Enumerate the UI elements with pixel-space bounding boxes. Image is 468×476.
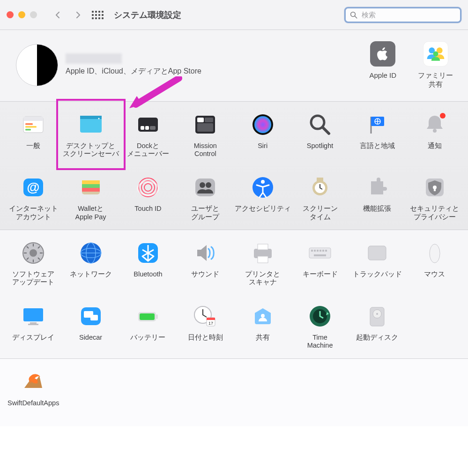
pref-date-time[interactable]: 17 日付と時刻: [177, 304, 234, 350]
pref-users-groups[interactable]: ユーザと グループ: [177, 175, 234, 221]
bluetooth-icon: [135, 240, 161, 266]
svg-point-45: [261, 180, 265, 184]
pref-extensions[interactable]: 機能拡張: [349, 175, 406, 221]
startup-disk-icon: [364, 304, 390, 329]
display-icon: [21, 304, 46, 329]
keyboard-icon: [307, 240, 333, 266]
pref-sound[interactable]: サウンド: [177, 240, 234, 287]
pref-desktop-screensaver[interactable]: デスクトップと スクリーンセーバ: [62, 112, 119, 158]
svg-point-22: [254, 116, 271, 133]
pref-label: Walletと Apple Pay: [75, 205, 106, 221]
apple-id-button[interactable]: Apple ID: [369, 41, 396, 89]
sound-icon: [193, 240, 218, 266]
svg-rect-78: [156, 314, 158, 319]
pref-printers-scanners[interactable]: プリンタと スキャナ: [234, 240, 291, 287]
user-avatar[interactable]: [16, 44, 58, 86]
pref-mouse[interactable]: マウス: [406, 240, 463, 287]
pref-label: Time Machine: [307, 334, 333, 350]
minimize-window-button[interactable]: [18, 11, 25, 18]
search-field[interactable]: [344, 7, 461, 23]
svg-text:17: 17: [208, 321, 213, 326]
svg-rect-69: [368, 246, 386, 260]
svg-rect-72: [30, 322, 37, 324]
svg-rect-49: [434, 188, 436, 191]
pref-startup-disk[interactable]: 起動ディスク: [349, 304, 406, 350]
svg-rect-19: [205, 118, 213, 122]
pref-siri[interactable]: Siri: [234, 112, 291, 158]
pref-software-update[interactable]: ソフトウェア アップデート: [5, 240, 62, 287]
pref-label: 日付と時刻: [188, 334, 223, 342]
show-all-button[interactable]: [90, 8, 104, 22]
close-window-button[interactable]: [7, 11, 14, 18]
pref-security-privacy[interactable]: セキュリティと プライバシー: [406, 175, 463, 221]
svg-rect-73: [28, 324, 38, 325]
extensions-icon: [364, 175, 390, 200]
pref-sharing[interactable]: 共有: [234, 304, 291, 350]
pref-battery[interactable]: バッテリー: [119, 304, 177, 350]
pref-spotlight[interactable]: Spotlight: [291, 112, 349, 158]
pref-trackpad[interactable]: トラックパッド: [349, 240, 406, 287]
svg-rect-18: [197, 118, 204, 122]
svg-rect-6: [23, 117, 43, 121]
pref-label: バッテリー: [130, 334, 165, 342]
swiftdefaultapps-icon: [21, 369, 46, 394]
pref-bluetooth[interactable]: Bluetooth: [119, 240, 177, 287]
svg-point-43: [206, 182, 211, 188]
printer-icon: [250, 240, 275, 266]
pref-dock-menubar[interactable]: Dockと メニューバー: [119, 112, 177, 158]
siri-icon: [250, 112, 275, 137]
pref-screentime[interactable]: スクリーン タイム: [291, 175, 349, 221]
pref-label: 起動ディスク: [356, 334, 398, 342]
svg-point-84: [261, 314, 265, 318]
pref-sidecar[interactable]: Sidecar: [62, 304, 119, 350]
search-input[interactable]: [361, 10, 456, 19]
pref-label: Siri: [258, 142, 267, 150]
pref-general[interactable]: 一般: [5, 112, 62, 158]
fullscreen-window-button[interactable]: [30, 11, 37, 18]
pref-label: インターネット アカウント: [9, 205, 58, 221]
pref-label: キーボード: [303, 270, 338, 279]
back-button[interactable]: [51, 8, 65, 22]
svg-rect-9: [25, 129, 31, 131]
apple-id-label: Apple ID: [369, 71, 396, 80]
svg-text:@: @: [27, 180, 40, 194]
pref-label: Dockと メニューバー: [127, 142, 169, 158]
pref-swiftdefaultapps[interactable]: SwiftDefaultApps: [5, 369, 62, 408]
pref-language-region[interactable]: 言語と地域: [349, 112, 406, 158]
toolbar: システム環境設定: [0, 0, 468, 30]
pref-notifications[interactable]: 通知: [406, 112, 463, 158]
user-info: Apple ID、iCloud、メディアとApp Store: [66, 53, 201, 76]
pref-displays[interactable]: ディスプレイ: [5, 304, 62, 350]
pref-wallet-applepay[interactable]: Walletと Apple Pay: [62, 175, 119, 221]
notification-badge: [440, 113, 446, 119]
svg-rect-8: [25, 126, 37, 128]
family-sharing-button[interactable]: ファミリー 共有: [418, 41, 453, 89]
svg-rect-76: [90, 315, 98, 320]
pref-internet-accounts[interactable]: @ インターネット アカウント: [5, 175, 62, 221]
svg-line-1: [355, 16, 357, 18]
svg-point-52: [30, 249, 37, 257]
security-icon: [422, 175, 447, 200]
pref-touchid[interactable]: Touch ID: [119, 175, 177, 221]
pref-time-machine[interactable]: Time Machine: [291, 304, 349, 350]
pref-accessibility[interactable]: アクセシビリティ: [234, 175, 291, 221]
pref-label: Mission Control: [194, 142, 217, 158]
svg-point-39: [144, 184, 152, 191]
grid-icon: [92, 11, 104, 19]
svg-rect-65: [319, 250, 321, 252]
svg-point-42: [200, 182, 205, 188]
pref-mission-control[interactable]: Mission Control: [177, 112, 234, 158]
pref-keyboard[interactable]: キーボード: [291, 240, 349, 287]
pref-section-hardware: ソフトウェア アップデート ネットワーク Bluetooth サウンド プリンタ…: [0, 230, 468, 359]
svg-rect-60: [258, 256, 268, 263]
svg-rect-7: [25, 123, 33, 125]
search-icon: [349, 11, 358, 19]
svg-rect-20: [197, 123, 213, 132]
pref-label: ネットワーク: [70, 270, 112, 279]
time-machine-icon: [307, 304, 333, 329]
svg-rect-79: [140, 313, 155, 320]
pref-network[interactable]: ネットワーク: [62, 240, 119, 287]
software-update-icon: [21, 240, 46, 266]
forward-button[interactable]: [71, 8, 85, 22]
svg-point-70: [430, 244, 440, 263]
